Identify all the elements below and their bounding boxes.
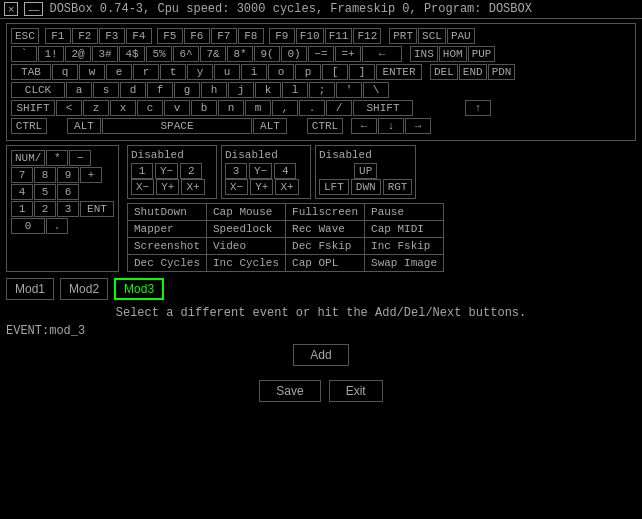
key-capslock[interactable]: CLCK bbox=[11, 82, 65, 98]
key-v[interactable]: v bbox=[164, 100, 190, 116]
key-plus[interactable]: =+ bbox=[335, 46, 361, 62]
action-deccycles[interactable]: Dec Cycles bbox=[128, 255, 207, 272]
panel-2-btn-3[interactable]: 4 bbox=[274, 163, 296, 179]
key-prt[interactable]: PRT bbox=[389, 28, 417, 44]
action-mapper[interactable]: Mapper bbox=[128, 221, 207, 238]
key-7[interactable]: 7& bbox=[200, 46, 226, 62]
panel-2-btn-5[interactable]: Y+ bbox=[250, 179, 273, 195]
add-button[interactable]: Add bbox=[293, 344, 348, 366]
key-backtick[interactable]: ` bbox=[11, 46, 37, 62]
key-z[interactable]: z bbox=[83, 100, 109, 116]
key-num4[interactable]: 4 bbox=[11, 184, 33, 200]
panel-2-btn-1[interactable]: 3 bbox=[225, 163, 247, 179]
key-j[interactable]: j bbox=[228, 82, 254, 98]
key-f4[interactable]: F4 bbox=[126, 28, 152, 44]
action-recwave[interactable]: Rec Wave bbox=[286, 221, 365, 238]
key-hom[interactable]: HOM bbox=[439, 46, 467, 62]
key-9[interactable]: 9( bbox=[254, 46, 280, 62]
key-4[interactable]: 4$ bbox=[119, 46, 145, 62]
mod1-button[interactable]: Mod1 bbox=[6, 278, 54, 300]
key-period[interactable]: . bbox=[299, 100, 325, 116]
key-8[interactable]: 8* bbox=[227, 46, 253, 62]
key-t[interactable]: t bbox=[160, 64, 186, 80]
key-num6[interactable]: 6 bbox=[57, 184, 79, 200]
key-space[interactable]: SPACE bbox=[102, 118, 252, 134]
key-q[interactable]: q bbox=[52, 64, 78, 80]
key-ctrl-right[interactable]: CTRL bbox=[307, 118, 343, 134]
key-f8[interactable]: F8 bbox=[238, 28, 264, 44]
key-e[interactable]: e bbox=[106, 64, 132, 80]
key-arrow-up[interactable]: ↑ bbox=[465, 100, 491, 116]
key-semicolon[interactable]: ; bbox=[309, 82, 335, 98]
key-num7[interactable]: 7 bbox=[11, 167, 33, 183]
panel-2-btn-6[interactable]: X+ bbox=[275, 179, 298, 195]
key-pau[interactable]: PAU bbox=[447, 28, 475, 44]
key-nummul[interactable]: * bbox=[46, 150, 68, 166]
key-num2[interactable]: 2 bbox=[34, 201, 56, 217]
panel-1-btn-6[interactable]: X+ bbox=[181, 179, 204, 195]
action-video[interactable]: Video bbox=[207, 238, 286, 255]
key-num0[interactable]: 0 bbox=[11, 218, 45, 234]
key-rbracket[interactable]: ] bbox=[349, 64, 375, 80]
key-a[interactable]: a bbox=[66, 82, 92, 98]
key-c[interactable]: c bbox=[137, 100, 163, 116]
key-f3[interactable]: F3 bbox=[99, 28, 125, 44]
key-f6[interactable]: F6 bbox=[184, 28, 210, 44]
key-f12[interactable]: F12 bbox=[353, 28, 381, 44]
key-f[interactable]: f bbox=[147, 82, 173, 98]
action-decfskip[interactable]: Dec Fskip bbox=[286, 238, 365, 255]
action-inccycles[interactable]: Inc Cycles bbox=[207, 255, 286, 272]
key-num1[interactable]: 1 bbox=[11, 201, 33, 217]
action-pause[interactable]: Pause bbox=[365, 204, 444, 221]
panel-2-btn-2[interactable]: Y− bbox=[249, 163, 272, 179]
key-f11[interactable]: F11 bbox=[325, 28, 353, 44]
panel-3-btn-lft[interactable]: LFT bbox=[319, 179, 349, 195]
key-3[interactable]: 3# bbox=[92, 46, 118, 62]
key-r[interactable]: r bbox=[133, 64, 159, 80]
key-2[interactable]: 2@ bbox=[65, 46, 91, 62]
mod2-button[interactable]: Mod2 bbox=[60, 278, 108, 300]
action-capmouse[interactable]: Cap Mouse bbox=[207, 204, 286, 221]
key-alt-right[interactable]: ALT bbox=[253, 118, 287, 134]
key-arrow-right[interactable]: → bbox=[405, 118, 431, 134]
key-comma[interactable]: , bbox=[272, 100, 298, 116]
key-num5[interactable]: 5 bbox=[34, 184, 56, 200]
key-h[interactable]: h bbox=[201, 82, 227, 98]
key-d[interactable]: d bbox=[120, 82, 146, 98]
key-pdn[interactable]: PDN bbox=[488, 64, 516, 80]
key-pup[interactable]: PUP bbox=[468, 46, 496, 62]
key-shift-left[interactable]: SHIFT bbox=[11, 100, 55, 116]
key-numadd[interactable]: + bbox=[80, 167, 102, 183]
key-1[interactable]: 1! bbox=[38, 46, 64, 62]
key-numlock[interactable]: NUM/ bbox=[11, 150, 45, 166]
key-y[interactable]: y bbox=[187, 64, 213, 80]
key-k[interactable]: k bbox=[255, 82, 281, 98]
key-enter[interactable]: ENTER bbox=[376, 64, 422, 80]
key-0[interactable]: 0) bbox=[281, 46, 307, 62]
key-f7[interactable]: F7 bbox=[211, 28, 237, 44]
panel-1-btn-5[interactable]: Y+ bbox=[156, 179, 179, 195]
key-5[interactable]: 5% bbox=[146, 46, 172, 62]
key-f5[interactable]: F5 bbox=[157, 28, 183, 44]
action-incfskip[interactable]: Inc Fskip bbox=[365, 238, 444, 255]
key-scl[interactable]: SCL bbox=[418, 28, 446, 44]
action-speedlock[interactable]: Speedlock bbox=[207, 221, 286, 238]
key-lbracket[interactable]: [ bbox=[322, 64, 348, 80]
close-button[interactable]: × bbox=[4, 2, 18, 16]
key-slash[interactable]: / bbox=[326, 100, 352, 116]
key-num3[interactable]: 3 bbox=[57, 201, 79, 217]
key-numsub[interactable]: − bbox=[69, 150, 91, 166]
action-capmidi[interactable]: Cap MIDI bbox=[365, 221, 444, 238]
action-swapimage[interactable]: Swap Image bbox=[365, 255, 444, 272]
key-f9[interactable]: F9 bbox=[269, 28, 295, 44]
key-tab[interactable]: TAB bbox=[11, 64, 51, 80]
panel-2-btn-4[interactable]: X− bbox=[225, 179, 248, 195]
key-g[interactable]: g bbox=[174, 82, 200, 98]
key-i[interactable]: i bbox=[241, 64, 267, 80]
key-num9[interactable]: 9 bbox=[57, 167, 79, 183]
key-l[interactable]: l bbox=[282, 82, 308, 98]
panel-1-btn-1[interactable]: 1 bbox=[131, 163, 153, 179]
panel-1-btn-2[interactable]: Y− bbox=[155, 163, 178, 179]
key-arrow-left[interactable]: ← bbox=[351, 118, 377, 134]
panel-3-btn-dwn[interactable]: DWN bbox=[351, 179, 381, 195]
